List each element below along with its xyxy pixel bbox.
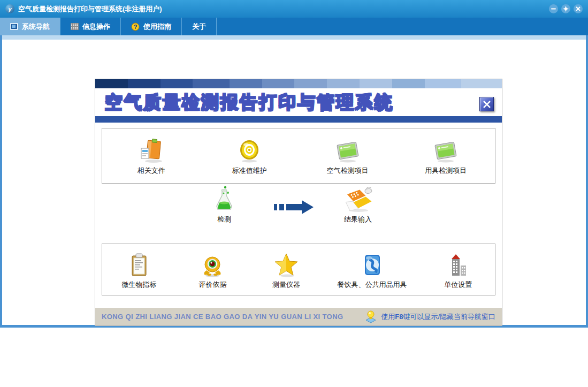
app-logo-icon: y (5, 4, 14, 13)
close-button[interactable] (574, 4, 583, 13)
f8-hint-text: 使用F8键可以显示/隐藏当前导航窗口 (381, 312, 495, 322)
panel-status-bar: KONG QI ZHI LIANG JIAN CE BAO GAO DA YIN… (95, 308, 502, 325)
nav-item-detection[interactable]: 检测 (200, 185, 248, 224)
svg-text:?: ? (134, 24, 138, 30)
navigation-panel: 空气质量检测报告打印与管理系统 (95, 79, 502, 326)
nav-item-microbial-indicators[interactable]: 微生物指标 (117, 250, 162, 290)
folder-icon (138, 136, 165, 164)
nav-item-tableware-public-goods[interactable]: 餐饮具、公共用品用具 (338, 250, 407, 290)
minimize-button[interactable] (549, 4, 558, 13)
window-body: 空气质量检测报告打印与管理系统 (0, 35, 588, 328)
restore-icon (563, 6, 569, 12)
nav-item-evaluation-basis[interactable]: 评价依据 (190, 250, 235, 290)
nav-item-label: 餐饮具、公共用品用具 (338, 280, 407, 290)
building-icon (444, 250, 472, 278)
nav-item-air-test-items[interactable]: 空气检测项目 (325, 136, 370, 176)
nav-item-label: 测量仪器 (272, 280, 300, 290)
nav-item-label: 空气检测项目 (327, 166, 369, 176)
nav-row-bottom: 微生物指标 (102, 244, 495, 295)
tab-bar: 系统导航 信息操作 ? 使用指南 关于 (0, 18, 588, 35)
nav-item-label: 相关文件 (138, 166, 165, 176)
nav-item-related-files[interactable]: 相关文件 (129, 136, 174, 176)
window-title: 空气质量检测报告打印与管理系统(非注册用户) (18, 4, 162, 14)
nav-row-middle: 检测 (95, 184, 502, 244)
panel-divider-bar (95, 116, 502, 123)
pinyin-caption: KONG QI ZHI LIANG JIAN CE BAO GAO DA YIN… (102, 313, 343, 321)
tab-label: 使用指南 (143, 22, 171, 32)
nav-item-utensil-test-items[interactable]: 用具检测项目 (423, 136, 468, 176)
monitor-icon (10, 23, 18, 30)
tab-label: 信息操作 (82, 22, 110, 32)
tab-about[interactable]: 关于 (182, 18, 217, 35)
nav-item-measuring-instruments[interactable]: 测量仪器 (264, 250, 309, 290)
grid-icon (71, 23, 79, 30)
tab-user-guide[interactable]: ? 使用指南 (121, 18, 182, 35)
content-area: 空气质量检测报告打印与管理系统 (2, 40, 586, 323)
globe-icon (358, 250, 386, 278)
flask-icon (210, 185, 238, 213)
target-icon (235, 136, 263, 164)
panel-gradient-bar (95, 79, 502, 88)
eye-creature-icon (198, 250, 226, 278)
close-icon (483, 100, 491, 109)
nav-row-top: 相关文件 (102, 128, 495, 184)
nav-item-label: 单位设置 (444, 280, 472, 290)
tab-label: 系统导航 (22, 22, 50, 32)
notebook-mouse-icon (341, 185, 375, 213)
nav-item-label: 检测 (217, 215, 231, 224)
green-screen-icon (431, 136, 460, 164)
tab-label: 关于 (192, 22, 206, 32)
minus-icon (551, 6, 556, 12)
help-icon: ? (131, 22, 140, 31)
star-icon (272, 250, 300, 278)
maximize-button[interactable] (561, 4, 570, 13)
window-controls (549, 4, 583, 13)
tab-system-navigation[interactable]: 系统导航 (0, 18, 60, 35)
nav-item-label: 用具检测项目 (425, 166, 467, 176)
clipboard-icon (125, 250, 153, 278)
app-window: y 空气质量检测报告打印与管理系统(非注册用户) 系统导航 (0, 0, 588, 328)
nav-item-unit-settings[interactable]: 单位设置 (436, 250, 480, 290)
flow-arrow-icon (273, 199, 315, 218)
hint-group: 使用F8键可以显示/隐藏当前导航窗口 (365, 310, 495, 323)
tab-information-operations[interactable]: 信息操作 (60, 18, 121, 35)
nav-item-result-input[interactable]: 结果输入 (329, 185, 387, 224)
close-icon (575, 6, 581, 12)
panel-title: 空气质量检测报告打印与管理系统 (105, 90, 394, 115)
green-screen-icon (333, 136, 362, 164)
nav-item-label: 结果输入 (344, 215, 372, 224)
panel-header: 空气质量检测报告打印与管理系统 (95, 88, 502, 116)
panel-close-button[interactable] (479, 97, 494, 111)
nav-item-label: 评价依据 (198, 280, 226, 290)
bulb-icon (365, 310, 377, 323)
nav-item-label: 标准值维护 (232, 166, 267, 176)
tabbar-underline (2, 35, 586, 40)
nav-item-label: 微生物指标 (121, 280, 156, 290)
nav-item-standard-values[interactable]: 标准值维护 (227, 136, 272, 176)
titlebar: y 空气质量检测报告打印与管理系统(非注册用户) (0, 0, 588, 18)
